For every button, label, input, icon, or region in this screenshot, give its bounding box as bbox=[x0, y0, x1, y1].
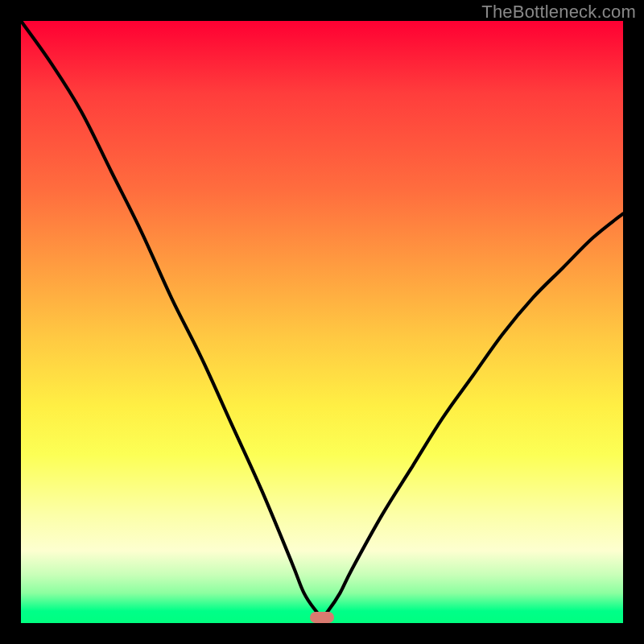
curve-layer bbox=[21, 21, 623, 623]
bottleneck-curve bbox=[21, 21, 623, 617]
minimum-marker bbox=[310, 612, 334, 623]
watermark-text: TheBottleneck.com bbox=[481, 2, 636, 23]
plot-area bbox=[21, 21, 623, 623]
chart-stage: TheBottleneck.com bbox=[0, 0, 644, 644]
